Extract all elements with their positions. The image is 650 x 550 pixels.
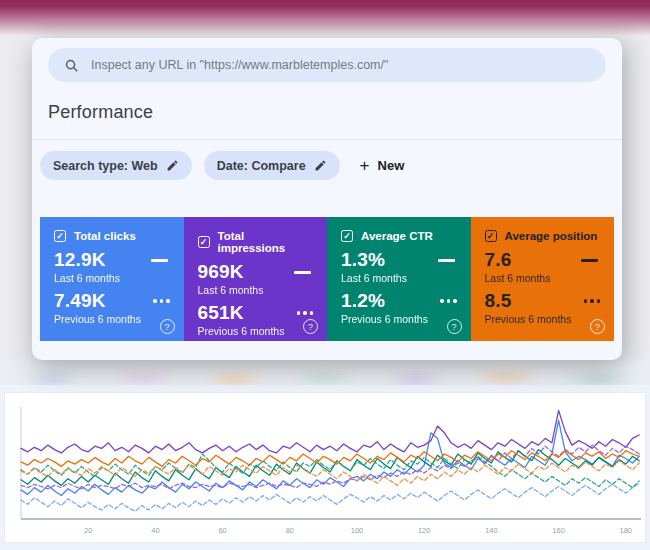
help-icon[interactable]: ? bbox=[160, 319, 175, 334]
metric-card-average-position[interactable]: ✓ Average position 7.6 Last 6 months 8.5… bbox=[471, 217, 615, 341]
metric-previous-value: 8.5 bbox=[485, 290, 512, 312]
dotted-series-icon bbox=[297, 311, 314, 315]
header-divider bbox=[32, 139, 622, 140]
metric-current-period: Last 6 months bbox=[341, 272, 459, 284]
new-filter-label: New bbox=[378, 158, 405, 173]
metric-card-title: Total clicks bbox=[74, 230, 136, 242]
filter-chip-date[interactable]: Date: Compare bbox=[204, 151, 340, 180]
metric-current-value: 1.3% bbox=[341, 249, 385, 271]
performance-chart[interactable]: 20406080100120140160180 bbox=[4, 392, 646, 543]
svg-text:140: 140 bbox=[485, 526, 498, 535]
search-console-panel: Performance Search type: Web Date: Compa… bbox=[32, 38, 622, 360]
checked-checkbox-icon[interactable]: ✓ bbox=[341, 230, 353, 242]
solid-series-icon bbox=[581, 259, 598, 262]
svg-text:20: 20 bbox=[84, 526, 92, 535]
filter-chip-label: Search type: Web bbox=[53, 159, 158, 173]
metric-card-total-impressions[interactable]: ✓ Total impressions 969K Last 6 months 6… bbox=[184, 217, 328, 341]
checked-checkbox-icon[interactable]: ✓ bbox=[198, 236, 210, 248]
metric-previous-value: 651K bbox=[198, 302, 244, 324]
metric-previous-value: 7.49K bbox=[54, 290, 106, 312]
new-filter-button[interactable]: + New bbox=[360, 156, 405, 176]
metric-previous-period: Previous 6 months bbox=[341, 313, 459, 325]
metric-previous-period: Previous 6 months bbox=[485, 313, 603, 325]
solid-series-icon bbox=[151, 259, 168, 262]
checked-checkbox-icon[interactable]: ✓ bbox=[485, 230, 497, 242]
url-inspect-input[interactable] bbox=[91, 58, 590, 72]
edit-icon[interactable] bbox=[166, 159, 179, 172]
metric-current-period: Last 6 months bbox=[485, 272, 603, 284]
metric-previous-period: Previous 6 months bbox=[198, 325, 316, 337]
search-icon bbox=[64, 58, 79, 73]
metric-current-value: 7.6 bbox=[485, 249, 512, 271]
svg-text:180: 180 bbox=[620, 526, 633, 535]
top-gradient-bar bbox=[0, 0, 650, 36]
metric-card-title: Average position bbox=[505, 230, 598, 242]
dotted-series-icon bbox=[584, 299, 601, 303]
plus-icon: + bbox=[360, 156, 370, 176]
metric-card-title: Total impressions bbox=[218, 230, 316, 254]
page-title: Performance bbox=[48, 102, 606, 123]
svg-text:160: 160 bbox=[552, 526, 565, 535]
performance-line-chart[interactable]: 20406080100120140160180 bbox=[5, 393, 647, 544]
svg-text:60: 60 bbox=[218, 526, 226, 535]
performance-chart-section: 20406080100120140160180 bbox=[0, 385, 650, 550]
svg-text:120: 120 bbox=[418, 526, 431, 535]
metric-current-value: 969K bbox=[198, 261, 244, 283]
metric-card-average-ctr[interactable]: ✓ Average CTR 1.3% Last 6 months 1.2% Pr… bbox=[327, 217, 471, 341]
metric-current-period: Last 6 months bbox=[54, 272, 172, 284]
metric-current-value: 12.9K bbox=[54, 249, 106, 271]
help-icon[interactable]: ? bbox=[447, 319, 462, 334]
help-icon[interactable]: ? bbox=[590, 319, 605, 334]
metric-card-title: Average CTR bbox=[361, 230, 433, 242]
metric-card-total-clicks[interactable]: ✓ Total clicks 12.9K Last 6 months 7.49K… bbox=[40, 217, 184, 341]
checked-checkbox-icon[interactable]: ✓ bbox=[54, 230, 66, 242]
help-icon[interactable]: ? bbox=[303, 319, 318, 334]
filter-chip-search-type[interactable]: Search type: Web bbox=[40, 151, 192, 180]
url-inspect-bar[interactable] bbox=[48, 48, 606, 82]
solid-series-icon bbox=[438, 259, 455, 262]
dotted-series-icon bbox=[440, 299, 457, 303]
metric-previous-value: 1.2% bbox=[341, 290, 385, 312]
svg-text:100: 100 bbox=[351, 526, 364, 535]
solid-series-icon bbox=[294, 271, 311, 274]
metric-previous-period: Previous 6 months bbox=[54, 313, 172, 325]
edit-icon[interactable] bbox=[314, 159, 327, 172]
svg-text:40: 40 bbox=[151, 526, 159, 535]
svg-text:80: 80 bbox=[286, 526, 294, 535]
dotted-series-icon bbox=[153, 299, 170, 303]
filter-chip-label: Date: Compare bbox=[217, 159, 306, 173]
metric-cards-row: ✓ Total clicks 12.9K Last 6 months 7.49K… bbox=[40, 217, 614, 341]
metric-current-period: Last 6 months bbox=[198, 284, 316, 296]
